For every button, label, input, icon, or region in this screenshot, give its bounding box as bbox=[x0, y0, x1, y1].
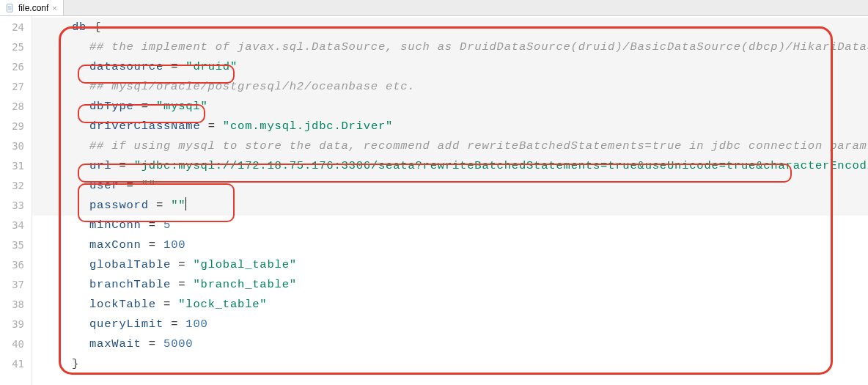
code-line[interactable]: maxConn = 100 bbox=[32, 235, 868, 255]
code-line[interactable]: db { bbox=[32, 18, 868, 37]
editor[interactable]: 242526272829303132333435363738394041 ✔4 … bbox=[0, 16, 868, 385]
code-line[interactable]: datasource = "druid" bbox=[32, 57, 868, 77]
code-line[interactable]: ## mysql/oracle/postgresql/h2/oceanbase … bbox=[32, 77, 868, 97]
code-content[interactable]: ✔4 db {## the implement of javax.sql.Dat… bbox=[32, 16, 868, 385]
code-line[interactable]: minConn = 5 bbox=[32, 216, 868, 235]
line-number: 36 bbox=[0, 255, 32, 275]
editor-area: file.conf × 2425262728293031323334353637… bbox=[0, 0, 868, 385]
line-number: 38 bbox=[0, 295, 32, 315]
code-line[interactable]: url = "jdbc:mysql://172.18.75.176:3306/s… bbox=[32, 156, 868, 176]
code-line[interactable]: branchTable = "branch_table" bbox=[32, 275, 868, 295]
close-icon[interactable]: × bbox=[52, 4, 56, 12]
line-number: 27 bbox=[0, 77, 32, 97]
line-number: 41 bbox=[0, 354, 32, 374]
code-line[interactable]: ## the implement of javax.sql.DataSource… bbox=[32, 37, 868, 57]
line-number: 34 bbox=[0, 216, 32, 235]
line-number: 39 bbox=[0, 315, 32, 334]
line-number: 35 bbox=[0, 235, 32, 255]
code-line[interactable]: maxWait = 5000 bbox=[32, 334, 868, 354]
code-line[interactable]: password = "" bbox=[32, 196, 868, 216]
line-number: 40 bbox=[0, 334, 32, 354]
editor-tab-file-conf[interactable]: file.conf × bbox=[0, 0, 64, 15]
line-number: 24 bbox=[0, 18, 32, 37]
editor-tabbar: file.conf × bbox=[0, 0, 868, 16]
code-line[interactable]: globalTable = "global_table" bbox=[32, 255, 868, 275]
line-number: 37 bbox=[0, 275, 32, 295]
line-number: 25 bbox=[0, 37, 32, 57]
file-icon bbox=[6, 4, 15, 12]
line-number: 31 bbox=[0, 156, 32, 176]
code-line[interactable]: lockTable = "lock_table" bbox=[32, 295, 868, 315]
code-line[interactable]: ## if using mysql to store the data, rec… bbox=[32, 136, 868, 156]
code-line[interactable]: dbType = "mysql" bbox=[32, 97, 868, 117]
line-number: 32 bbox=[0, 176, 32, 196]
line-number-gutter: 242526272829303132333435363738394041 bbox=[0, 16, 32, 385]
line-number: 30 bbox=[0, 136, 32, 156]
tab-filename: file.conf bbox=[18, 3, 48, 13]
line-number: 28 bbox=[0, 97, 32, 117]
code-line[interactable]: driverClassName = "com.mysql.jdbc.Driver… bbox=[32, 117, 868, 136]
code-line[interactable]: queryLimit = 100 bbox=[32, 315, 868, 334]
line-number: 33 bbox=[0, 196, 32, 216]
line-number: 29 bbox=[0, 117, 32, 136]
code-line[interactable]: } bbox=[32, 354, 868, 374]
ide-frame: file.conf × 2425262728293031323334353637… bbox=[0, 0, 868, 385]
line-number: 26 bbox=[0, 57, 32, 77]
code-line[interactable]: user = "" bbox=[32, 176, 868, 196]
